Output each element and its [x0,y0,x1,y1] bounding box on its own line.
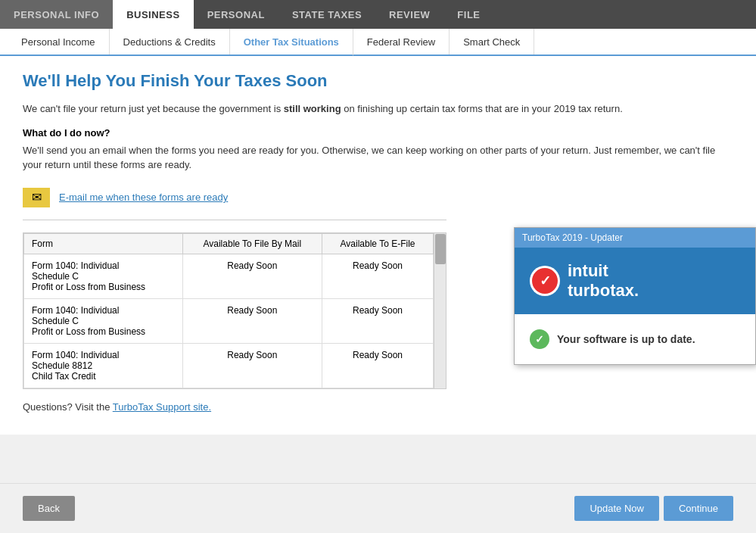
efile-status-cell: Ready Soon [322,343,434,388]
efile-status-cell: Ready Soon [322,254,434,298]
nav-file[interactable]: FILE [443,0,493,29]
scrollbar-track[interactable] [434,233,446,388]
forms-table: Form Available To File By Mail Available… [23,233,446,388]
up-to-date-text: Your software is up to date. [557,333,695,345]
subnav-personal-income[interactable]: Personal Income [8,29,110,55]
efile-status-cell: Ready Soon [322,298,434,343]
popup-title-text: TurboTax 2019 - Updater [522,232,623,243]
email-icon: ✉ [23,188,50,207]
turbotax-logo-text: intuitturbotax. [568,261,639,301]
what-do-text: We'll send you an email when the forms y… [23,143,733,173]
continue-button[interactable]: Continue [664,496,733,521]
table-header-mail: Available To File By Mail [182,233,322,254]
table-header-form: Form [24,233,183,254]
what-do-label: What do I do now? [23,127,733,139]
form-name-cell: Form 1040: Individual Schedule C Profit … [24,298,183,343]
nav-review[interactable]: REVIEW [375,0,443,29]
turbotax-logo-icon: ✓ [532,268,558,294]
action-buttons: Update Now Continue [574,496,733,521]
nav-business[interactable]: BUSINESS [113,0,193,29]
popup-body: ✓ Your software is up to date. [515,314,755,364]
table-row: Form 1040: Individual Schedule C Profit … [24,298,446,343]
page-title: We'll Help You Finish Your Taxes Soon [23,71,733,91]
nav-personal-info[interactable]: PERSONAL INFO [0,0,113,29]
intro-text-part1: We can't file your return just yet becau… [23,103,284,114]
subnav-smart-check[interactable]: Smart Check [450,29,534,55]
form-name-cell: Form 1040: Individual Schedule 8812 Chil… [24,343,183,388]
email-link[interactable]: E-mail me when these forms are ready [59,192,228,203]
intro-text-part2: on finishing up certain tax forms that a… [341,103,623,114]
top-navigation: PERSONAL INFO BUSINESS PERSONAL STATE TA… [0,0,756,29]
intro-text-strong: still working [284,103,341,114]
update-now-button[interactable]: Update Now [574,496,659,521]
popup-titlebar: TurboTax 2019 - Updater [515,228,755,248]
back-button[interactable]: Back [23,496,75,521]
forms-table-container: Form Available To File By Mail Available… [23,232,446,389]
separator [23,220,446,220]
table-row: Form 1040: Individual Schedule C Profit … [24,254,446,298]
email-section: ✉ E-mail me when these forms are ready [23,188,733,207]
subnav-federal-review[interactable]: Federal Review [353,29,450,55]
subnav-deductions-credits[interactable]: Deductions & Credits [110,29,230,55]
mail-status-cell: Ready Soon [182,343,322,388]
updater-popup: TurboTax 2019 - Updater ✓ intuitturbotax… [514,227,756,365]
form-name-cell: Form 1040: Individual Schedule C Profit … [24,254,183,298]
nav-personal[interactable]: PERSONAL [194,0,278,29]
questions-text: Questions? Visit the TurboTax Support si… [23,401,733,413]
check-icon: ✓ [530,329,549,349]
bottom-bar: Back Update Now Continue [0,483,756,533]
table-row: Form 1040: Individual Schedule 8812 Chil… [24,343,446,388]
mail-status-cell: Ready Soon [182,298,322,343]
nav-state-taxes[interactable]: STATE TAXES [278,0,375,29]
popup-logo-area: ✓ intuitturbotax. [515,248,755,314]
questions-text-part1: Questions? Visit the [23,401,113,413]
intro-paragraph: We can't file your return just yet becau… [23,101,733,117]
sub-navigation: Personal Income Deductions & Credits Oth… [0,29,756,56]
table-header-efile: Available To E-File [322,233,434,254]
turbotax-logo-circle: ✓ [530,266,560,296]
turbotax-support-link[interactable]: TurboTax Support site. [113,401,211,413]
mail-status-cell: Ready Soon [182,254,322,298]
scrollbar-thumb[interactable] [435,234,446,264]
subnav-other-tax-situations[interactable]: Other Tax Situations [230,29,353,56]
